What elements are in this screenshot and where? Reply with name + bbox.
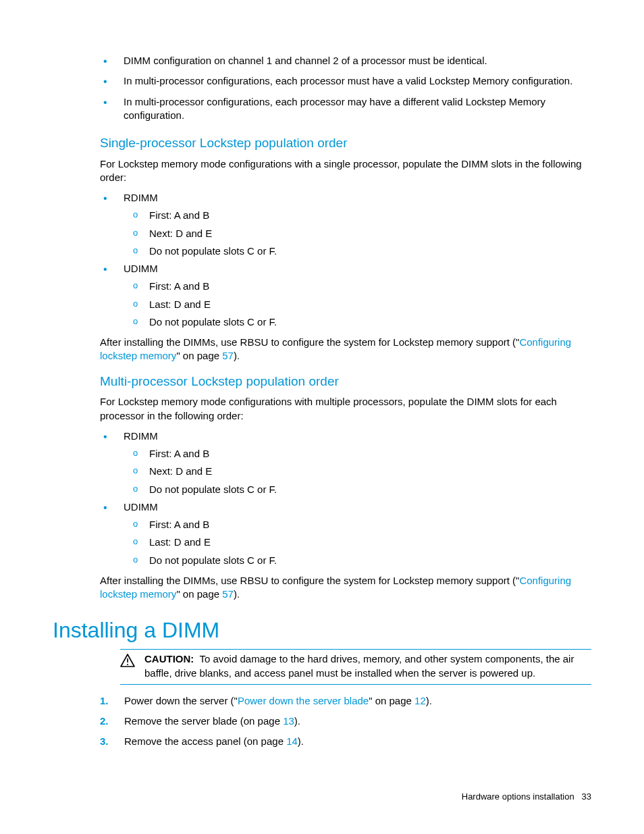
list-item: DIMM configuration on channel 1 and chan…	[103, 54, 591, 68]
sub-list: First: A and B Last: D and E Do not popu…	[124, 280, 591, 329]
after-paragraph: After installing the DIMMs, use RBSU to …	[53, 574, 591, 602]
sub-list: First: A and B Last: D and E Do not popu…	[124, 518, 591, 567]
caution-body: To avoid damage to the hard drives, memo…	[144, 653, 574, 678]
svg-point-2	[127, 664, 128, 665]
caution-text: CAUTION: To avoid damage to the hard dri…	[144, 652, 591, 680]
footer-section: Hardware options installation	[462, 791, 574, 802]
text: After installing the DIMMs, use RBSU to …	[100, 336, 519, 348]
step-item: Power down the server ("Power down the s…	[100, 694, 591, 708]
heading-multi-processor: Multi-processor Lockstep population orde…	[53, 373, 591, 390]
rdimm-label: RDIMM	[124, 192, 158, 203]
link-power-down[interactable]: Power down the server blade	[238, 695, 369, 706]
heading-single-processor: Single-processor Lockstep population ord…	[53, 134, 591, 152]
sub-list: First: A and B Next: D and E Do not popu…	[124, 447, 591, 496]
link-page-ref[interactable]: 57	[222, 350, 234, 361]
intro-paragraph: For Lockstep memory mode configurations …	[53, 395, 591, 423]
text: ).	[294, 715, 300, 727]
list-item: Do not populate slots C or F.	[133, 483, 591, 496]
list-item: RDIMM First: A and B Next: D and E Do no…	[103, 191, 591, 258]
intro-bullet-list: DIMM configuration on channel 1 and chan…	[53, 54, 591, 122]
text: Remove the access panel (on page	[124, 735, 286, 747]
text: ).	[426, 695, 432, 706]
list-item: Next: D and E	[133, 227, 591, 240]
footer-page-number: 33	[582, 791, 591, 802]
rdimm-label: RDIMM	[124, 430, 158, 442]
list-item: In multi-processor configurations, each …	[103, 95, 591, 123]
list-item: In multi-processor configurations, each …	[103, 74, 591, 88]
text: Power down the server ("	[124, 695, 238, 706]
page-footer: Hardware options installation 33	[462, 791, 591, 803]
multi-rdimm-list: RDIMM First: A and B Next: D and E Do no…	[53, 429, 591, 567]
list-item: Do not populate slots C or F.	[133, 315, 591, 329]
after-paragraph: After installing the DIMMs, use RBSU to …	[53, 336, 591, 363]
text: Remove the server blade (on page	[124, 715, 283, 727]
list-item: UDIMM First: A and B Last: D and E Do no…	[103, 262, 591, 329]
list-item: Last: D and E	[133, 298, 591, 311]
text: ).	[234, 350, 240, 361]
list-item: UDIMM First: A and B Last: D and E Do no…	[103, 500, 591, 567]
link-page-ref[interactable]: 12	[414, 695, 426, 706]
text: ).	[298, 735, 304, 747]
single-rdimm-list: RDIMM First: A and B Next: D and E Do no…	[53, 191, 591, 329]
text: ).	[234, 588, 240, 600]
list-item: Do not populate slots C or F.	[133, 554, 591, 567]
udimm-label: UDIMM	[124, 501, 158, 513]
list-item: First: A and B	[133, 518, 591, 531]
caution-label: CAUTION:	[144, 653, 194, 664]
udimm-label: UDIMM	[124, 263, 158, 274]
heading-installing-dimm: Installing a DIMM	[53, 616, 591, 645]
list-item: Next: D and E	[133, 465, 591, 478]
link-page-ref[interactable]: 13	[283, 715, 294, 727]
list-item: Last: D and E	[133, 536, 591, 549]
text: " on page	[176, 588, 222, 600]
step-item: Remove the access panel (on page 14).	[100, 735, 591, 748]
caution-icon	[120, 652, 135, 671]
list-item: First: A and B	[133, 447, 591, 461]
list-item: Do not populate slots C or F.	[133, 244, 591, 258]
install-steps: Power down the server ("Power down the s…	[53, 694, 591, 749]
list-item: First: A and B	[133, 209, 591, 222]
text: " on page	[369, 695, 414, 706]
document-page: DIMM configuration on channel 1 and chan…	[0, 0, 644, 834]
list-item: First: A and B	[133, 280, 591, 293]
intro-paragraph: For Lockstep memory mode configurations …	[53, 157, 591, 185]
text: " on page	[176, 350, 222, 361]
text: After installing the DIMMs, use RBSU to …	[100, 575, 519, 586]
caution-box: CAUTION: To avoid damage to the hard dri…	[120, 649, 591, 685]
step-item: Remove the server blade (on page 13).	[100, 714, 591, 728]
link-page-ref[interactable]: 57	[222, 588, 234, 600]
link-page-ref[interactable]: 14	[286, 735, 298, 747]
sub-list: First: A and B Next: D and E Do not popu…	[124, 209, 591, 258]
list-item: RDIMM First: A and B Next: D and E Do no…	[103, 429, 591, 496]
